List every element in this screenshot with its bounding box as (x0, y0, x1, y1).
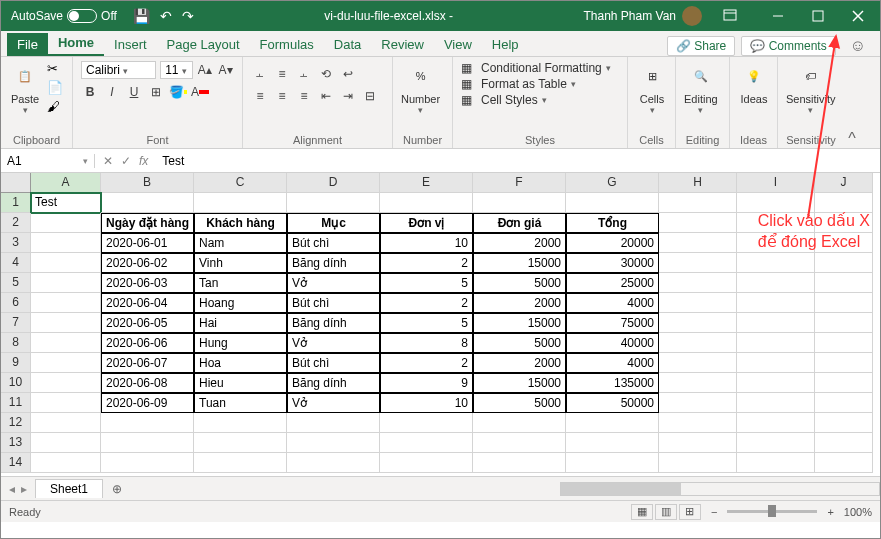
cell[interactable]: 25000 (566, 273, 659, 293)
normal-view-button[interactable]: ▦ (631, 504, 653, 520)
tab-view[interactable]: View (434, 33, 482, 56)
cell[interactable]: 8 (380, 333, 473, 353)
row-header[interactable]: 6 (1, 293, 31, 313)
cell[interactable] (815, 393, 873, 413)
user-account[interactable]: Thanh Pham Van (583, 6, 702, 26)
zoom-slider[interactable] (727, 510, 817, 513)
cell[interactable]: Hai (194, 313, 287, 333)
cell[interactable]: Khách hàng (194, 213, 287, 233)
cell[interactable] (737, 193, 815, 213)
row-header[interactable]: 4 (1, 253, 31, 273)
cell[interactable] (31, 433, 101, 453)
cell[interactable] (815, 433, 873, 453)
tab-insert[interactable]: Insert (104, 33, 157, 56)
fx-icon[interactable]: fx (139, 154, 148, 168)
decrease-indent-icon[interactable]: ⇤ (317, 87, 335, 105)
tab-home[interactable]: Home (48, 31, 104, 56)
cell[interactable]: 2020-06-02 (101, 253, 194, 273)
editing-button[interactable]: 🔍Editing▾ (684, 61, 718, 115)
cell[interactable]: 2020-06-05 (101, 313, 194, 333)
cell[interactable] (31, 213, 101, 233)
cell[interactable]: Vở (287, 273, 380, 293)
cell[interactable]: 2 (380, 253, 473, 273)
cell[interactable] (815, 453, 873, 473)
row-header[interactable]: 2 (1, 213, 31, 233)
row-header[interactable]: 8 (1, 333, 31, 353)
column-header[interactable]: J (815, 173, 873, 193)
cell[interactable] (737, 373, 815, 393)
enter-formula-icon[interactable]: ✓ (121, 154, 131, 168)
format-painter-icon[interactable]: 🖌 (47, 99, 63, 114)
cell[interactable] (737, 453, 815, 473)
feedback-icon[interactable]: ☺ (850, 37, 866, 55)
row-header[interactable]: 3 (1, 233, 31, 253)
cell[interactable] (659, 413, 737, 433)
cell[interactable] (194, 413, 287, 433)
cell[interactable] (659, 433, 737, 453)
cell[interactable] (659, 333, 737, 353)
cell[interactable]: 5000 (473, 333, 566, 353)
cell[interactable]: 10 (380, 233, 473, 253)
cell[interactable]: 30000 (566, 253, 659, 273)
ideas-button[interactable]: 💡Ideas (738, 61, 770, 105)
cell[interactable] (815, 193, 873, 213)
cell[interactable] (473, 413, 566, 433)
cell[interactable] (287, 453, 380, 473)
orientation-icon[interactable]: ⟲ (317, 65, 335, 83)
cell[interactable]: Test (31, 193, 101, 213)
column-header[interactable]: C (194, 173, 287, 193)
cell[interactable] (31, 353, 101, 373)
tab-file[interactable]: File (7, 33, 48, 56)
align-top-icon[interactable]: ⫠ (251, 65, 269, 83)
cells-button[interactable]: ⊞Cells▾ (636, 61, 668, 115)
paste-button[interactable]: 📋 Paste ▾ (9, 61, 41, 115)
cell-styles-button[interactable]: ▦Cell Styles ▾ (461, 93, 619, 107)
merge-icon[interactable]: ⊟ (361, 87, 379, 105)
cell[interactable] (31, 393, 101, 413)
cell[interactable] (473, 193, 566, 213)
align-middle-icon[interactable]: ≡ (273, 65, 291, 83)
cell[interactable]: 2020-06-03 (101, 273, 194, 293)
sheet-prev-icon[interactable]: ◂ (9, 482, 15, 496)
cell[interactable] (287, 193, 380, 213)
cell[interactable]: 2020-06-01 (101, 233, 194, 253)
cell[interactable]: Đơn vị (380, 213, 473, 233)
column-header[interactable]: B (101, 173, 194, 193)
cell[interactable] (194, 433, 287, 453)
cell[interactable] (380, 193, 473, 213)
cell[interactable]: Đơn giá (473, 213, 566, 233)
cell[interactable] (815, 353, 873, 373)
cell[interactable] (566, 193, 659, 213)
add-sheet-button[interactable]: ⊕ (107, 482, 127, 496)
cell[interactable]: 2000 (473, 353, 566, 373)
cell[interactable]: 2020-06-04 (101, 293, 194, 313)
cell[interactable]: Băng dính (287, 253, 380, 273)
horizontal-scrollbar[interactable] (560, 482, 880, 496)
cell[interactable]: 20000 (566, 233, 659, 253)
column-header[interactable]: D (287, 173, 380, 193)
cell[interactable]: 4000 (566, 353, 659, 373)
cell[interactable] (737, 313, 815, 333)
minimize-button[interactable] (758, 1, 798, 31)
cell[interactable] (287, 413, 380, 433)
cell[interactable] (815, 413, 873, 433)
fill-color-button[interactable]: 🪣 (169, 83, 187, 101)
cell[interactable] (815, 253, 873, 273)
cell[interactable]: 10 (380, 393, 473, 413)
cell[interactable]: Hieu (194, 373, 287, 393)
font-size-select[interactable]: 11 ▾ (160, 61, 192, 79)
cell[interactable] (659, 353, 737, 373)
cell[interactable] (815, 313, 873, 333)
comments-button[interactable]: 💬 Comments (741, 36, 835, 56)
sheet-tab[interactable]: Sheet1 (35, 479, 103, 498)
conditional-formatting-button[interactable]: ▦Conditional Formatting ▾ (461, 61, 619, 75)
cell[interactable] (815, 273, 873, 293)
cell[interactable]: Hung (194, 333, 287, 353)
cell[interactable]: Bút chì (287, 233, 380, 253)
cell[interactable]: 5 (380, 273, 473, 293)
increase-font-icon[interactable]: A▴ (197, 61, 214, 79)
column-header[interactable]: G (566, 173, 659, 193)
wrap-text-icon[interactable]: ↩ (339, 65, 357, 83)
cell[interactable]: 135000 (566, 373, 659, 393)
cell[interactable] (380, 413, 473, 433)
